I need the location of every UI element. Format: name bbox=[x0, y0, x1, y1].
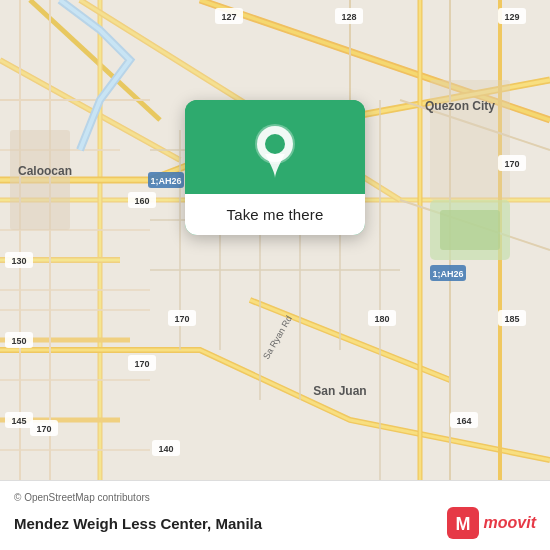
svg-text:Caloocan: Caloocan bbox=[18, 164, 72, 178]
svg-text:1;AH26: 1;AH26 bbox=[432, 269, 463, 279]
place-name: Mendez Weigh Less Center, Manila bbox=[14, 515, 262, 532]
svg-text:140: 140 bbox=[158, 444, 173, 454]
svg-point-87 bbox=[265, 134, 285, 154]
svg-text:170: 170 bbox=[134, 359, 149, 369]
svg-text:130: 130 bbox=[11, 256, 26, 266]
svg-text:127: 127 bbox=[221, 12, 236, 22]
svg-text:185: 185 bbox=[504, 314, 519, 324]
svg-text:150: 150 bbox=[11, 336, 26, 346]
svg-text:M: M bbox=[455, 514, 470, 534]
svg-text:170: 170 bbox=[36, 424, 51, 434]
svg-rect-46 bbox=[430, 80, 510, 200]
svg-text:128: 128 bbox=[341, 12, 356, 22]
map-area: 127 128 129 130 150 145 160 170 170 140 … bbox=[0, 0, 550, 480]
bottom-row: Mendez Weigh Less Center, Manila M moovi… bbox=[14, 507, 536, 539]
svg-text:129: 129 bbox=[504, 12, 519, 22]
map-attribution: © OpenStreetMap contributors bbox=[14, 492, 536, 503]
svg-text:170: 170 bbox=[504, 159, 519, 169]
bottom-bar: © OpenStreetMap contributors Mendez Weig… bbox=[0, 480, 550, 550]
take-me-there-button[interactable]: Take me there bbox=[185, 194, 365, 235]
svg-text:1;AH26: 1;AH26 bbox=[150, 176, 181, 186]
svg-text:145: 145 bbox=[11, 416, 26, 426]
map-svg: 127 128 129 130 150 145 160 170 170 140 … bbox=[0, 0, 550, 480]
svg-text:Quezon City: Quezon City bbox=[425, 99, 495, 113]
svg-text:170: 170 bbox=[174, 314, 189, 324]
moovit-logo: M moovit bbox=[447, 507, 536, 539]
svg-rect-45 bbox=[10, 130, 70, 230]
location-popup: Take me there bbox=[185, 100, 365, 235]
svg-text:San Juan: San Juan bbox=[313, 384, 366, 398]
popup-icon-area bbox=[185, 100, 365, 194]
svg-text:160: 160 bbox=[134, 196, 149, 206]
svg-text:180: 180 bbox=[374, 314, 389, 324]
location-pin-icon bbox=[251, 122, 299, 180]
svg-text:164: 164 bbox=[456, 416, 471, 426]
moovit-icon: M bbox=[447, 507, 479, 539]
svg-rect-44 bbox=[440, 210, 500, 250]
moovit-text: moovit bbox=[484, 514, 536, 532]
